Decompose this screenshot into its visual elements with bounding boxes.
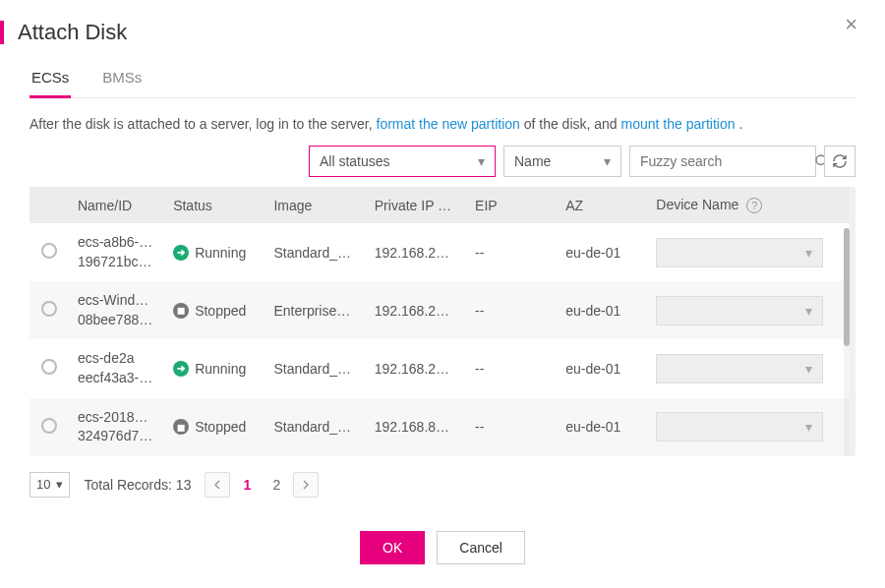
format-partition-link[interactable]: format the new partition bbox=[377, 116, 520, 132]
status-cell: ◼ Stopped bbox=[173, 303, 258, 319]
table-row: ecs-Wind… 08bee788… ◼ Stopped Enterprise… bbox=[30, 281, 850, 339]
ip-cell: 192.168.2… bbox=[367, 281, 467, 339]
caret-down-icon: ▾ bbox=[478, 153, 485, 169]
status-filter-label: All statuses bbox=[320, 153, 390, 169]
filter-row: All statuses ▾ Name ▾ bbox=[30, 146, 856, 177]
cancel-button[interactable]: Cancel bbox=[437, 531, 525, 564]
page-size-select[interactable]: 10 ▾ bbox=[30, 472, 70, 498]
col-eip: EIP bbox=[467, 187, 558, 223]
help-text: After the disk is attached to a server, … bbox=[30, 116, 856, 132]
row-radio[interactable] bbox=[41, 359, 57, 375]
col-name: Name/ID bbox=[70, 187, 165, 223]
running-icon: ➔ bbox=[173, 361, 189, 377]
eip-cell: -- bbox=[467, 339, 558, 397]
ok-button[interactable]: OK bbox=[360, 531, 425, 564]
status-filter-select[interactable]: All statuses ▾ bbox=[309, 146, 496, 177]
total-records-label: Total Records: 13 bbox=[84, 477, 191, 493]
scrollbar-track[interactable] bbox=[844, 228, 850, 456]
table-row: ecs-de2a eecf43a3-… ➔ Running Standard_…… bbox=[30, 339, 850, 397]
field-filter-label: Name bbox=[514, 153, 551, 169]
name-cell: ecs-2018… 324976d7… bbox=[70, 398, 165, 456]
col-device-label: Device Name bbox=[656, 197, 738, 212]
server-id: eecf43a3-… bbox=[78, 369, 157, 388]
pagination-row: 10 ▾ Total Records: 13 1 2 bbox=[30, 472, 856, 498]
ip-cell: 192.168.2… bbox=[367, 339, 467, 397]
server-id: 08bee788… bbox=[78, 311, 157, 330]
stopped-icon: ◼ bbox=[173, 303, 189, 319]
close-button[interactable]: × bbox=[845, 14, 857, 35]
mount-partition-link[interactable]: mount the partition bbox=[621, 116, 736, 132]
footer-buttons: OK Cancel bbox=[30, 531, 856, 564]
server-name: ecs-de2a bbox=[78, 349, 157, 369]
attach-disk-modal: × Attach Disk ECSs BMSs After the disk i… bbox=[0, 0, 885, 584]
status-cell: ◼ Stopped bbox=[173, 419, 258, 435]
caret-down-icon: ▾ bbox=[604, 153, 611, 169]
tab-ecss[interactable]: ECSs bbox=[30, 69, 71, 98]
col-status: Status bbox=[165, 187, 266, 223]
next-page-button[interactable] bbox=[293, 472, 319, 498]
az-cell: eu-de-01 bbox=[558, 339, 648, 397]
image-cell: Standard_… bbox=[266, 339, 366, 397]
image-cell: Standard_… bbox=[266, 223, 366, 281]
device-name-select[interactable]: ▾ bbox=[656, 296, 823, 325]
stopped-icon: ◼ bbox=[173, 419, 189, 435]
prev-page-button[interactable] bbox=[205, 472, 230, 498]
help-text-mid: of the disk, and bbox=[524, 116, 621, 132]
server-id: 324976d7… bbox=[78, 427, 157, 446]
device-name-select[interactable]: ▾ bbox=[656, 354, 823, 383]
page-2-button[interactable]: 2 bbox=[264, 472, 289, 498]
status-cell: ➔ Running bbox=[173, 361, 258, 377]
status-label: Running bbox=[195, 361, 246, 377]
device-name-select[interactable]: ▾ bbox=[656, 238, 823, 267]
tabs: ECSs BMSs bbox=[30, 69, 856, 98]
server-name: ecs-a8b6-… bbox=[78, 233, 157, 253]
accent-bar bbox=[0, 21, 4, 44]
caret-down-icon: ▾ bbox=[805, 245, 812, 261]
status-label: Running bbox=[195, 245, 246, 261]
device-name-select[interactable]: ▾ bbox=[656, 412, 823, 441]
az-cell: eu-de-01 bbox=[558, 223, 648, 281]
help-icon[interactable]: ? bbox=[746, 198, 762, 213]
tab-bmss[interactable]: BMSs bbox=[100, 69, 144, 98]
col-select bbox=[30, 187, 70, 223]
server-table: Name/ID Status Image Private IP … EIP AZ… bbox=[30, 187, 850, 456]
search-input[interactable] bbox=[638, 152, 814, 170]
row-radio[interactable] bbox=[41, 418, 57, 434]
name-cell: ecs-Wind… 08bee788… bbox=[70, 281, 165, 339]
col-image: Image bbox=[266, 187, 366, 223]
az-cell: eu-de-01 bbox=[558, 281, 648, 339]
status-cell: ➔ Running bbox=[173, 245, 258, 261]
row-radio[interactable] bbox=[41, 301, 57, 317]
title-row: Attach Disk bbox=[30, 20, 856, 45]
eip-cell: -- bbox=[467, 281, 558, 339]
eip-cell: -- bbox=[467, 223, 558, 281]
col-private-ip: Private IP … bbox=[367, 187, 467, 223]
az-cell: eu-de-01 bbox=[558, 398, 648, 456]
eip-cell: -- bbox=[467, 398, 558, 456]
search-box bbox=[629, 146, 816, 177]
server-name: ecs-Wind… bbox=[78, 291, 157, 311]
refresh-button[interactable] bbox=[824, 146, 856, 177]
table-header-row: Name/ID Status Image Private IP … EIP AZ… bbox=[30, 187, 850, 223]
pager-buttons: 1 2 bbox=[205, 472, 319, 498]
running-icon: ➔ bbox=[173, 245, 189, 261]
server-table-wrap: Name/ID Status Image Private IP … EIP AZ… bbox=[30, 187, 856, 456]
caret-down-icon: ▾ bbox=[805, 419, 812, 435]
help-text-pre: After the disk is attached to a server, … bbox=[30, 116, 377, 132]
field-filter-select[interactable]: Name ▾ bbox=[503, 146, 621, 177]
name-cell: ecs-a8b6-… 196721bc… bbox=[70, 223, 165, 281]
row-radio[interactable] bbox=[41, 243, 57, 259]
ip-cell: 192.168.2… bbox=[367, 223, 467, 281]
status-label: Stopped bbox=[195, 303, 246, 319]
table-row: ecs-2018… 324976d7… ◼ Stopped Standard_…… bbox=[30, 398, 850, 456]
help-text-end: . bbox=[738, 116, 742, 132]
caret-down-icon: ▾ bbox=[805, 303, 812, 319]
name-cell: ecs-de2a eecf43a3-… bbox=[70, 339, 165, 397]
ip-cell: 192.168.8… bbox=[367, 398, 467, 456]
status-label: Stopped bbox=[195, 419, 246, 435]
page-1-button[interactable]: 1 bbox=[234, 472, 260, 498]
page-size-value: 10 bbox=[36, 477, 50, 492]
modal-title: Attach Disk bbox=[18, 20, 127, 45]
scrollbar-thumb[interactable] bbox=[844, 228, 850, 346]
server-id: 196721bc… bbox=[78, 253, 157, 272]
